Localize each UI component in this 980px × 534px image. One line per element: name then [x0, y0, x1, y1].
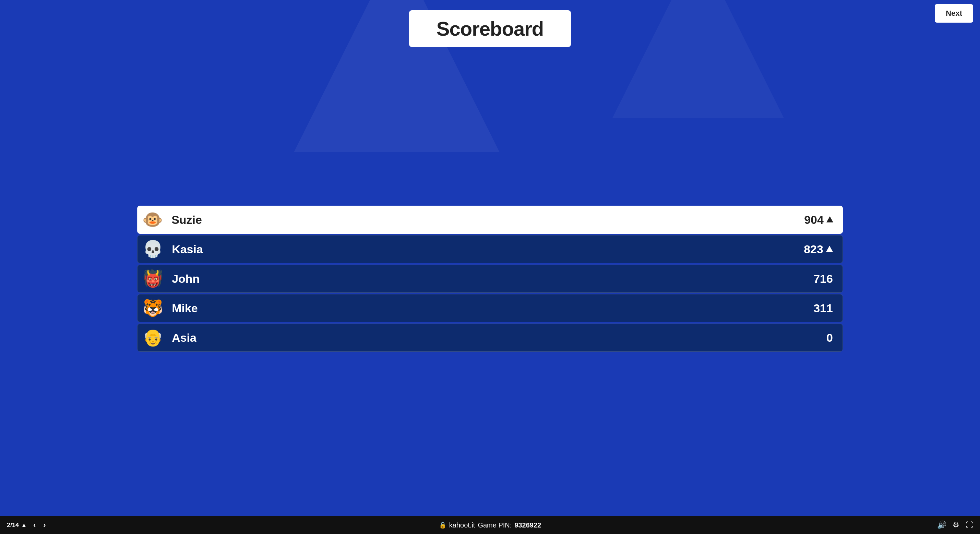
bottom-right: 🔊 ⚙ ⛶ [932, 521, 973, 529]
avatar-1: 🐵 [137, 206, 168, 234]
player-name-4: Mike [169, 302, 813, 315]
title-container: Scoreboard [0, 0, 980, 47]
score-row-5: 👴Asia0 [137, 324, 843, 352]
score-area-4: 311 [813, 302, 843, 315]
bottom-center: 🔒 kahoot.it Game PIN: 9326922 [48, 521, 932, 529]
next-button[interactable]: Next [935, 4, 973, 22]
next-arrow[interactable]: › [42, 521, 47, 529]
scoreboard-list: 🐵Suzie904💀Kasia823👹John716🐯Mike311👴Asia0 [137, 206, 843, 352]
bottom-left: 2/14 ▲ ‹ › [7, 521, 48, 529]
progress-indicator: 2/14 ▲ [7, 522, 27, 529]
bottom-bar: 2/14 ▲ ‹ › 🔒 kahoot.it Game PIN: 9326922… [0, 516, 980, 534]
score-value-3: 716 [813, 272, 833, 286]
avatar-emoji-5: 👴 [143, 329, 163, 346]
player-name-1: Suzie [168, 213, 804, 227]
score-row-3: 👹John716 [137, 265, 843, 293]
prev-arrow[interactable]: ‹ [32, 521, 37, 529]
score-area-5: 0 [826, 331, 843, 345]
volume-icon[interactable]: 🔊 [937, 521, 947, 529]
score-value-2: 823 [804, 243, 823, 256]
progress-text: 2/14 [7, 522, 19, 529]
score-row-2: 💀Kasia823 [137, 235, 843, 263]
avatar-2: 💀 [137, 235, 169, 263]
avatar-3: 👹 [137, 265, 169, 293]
avatar-emoji-1: 🐵 [142, 211, 163, 228]
avatar-emoji-3: 👹 [143, 270, 163, 287]
trend-up-icon-1 [826, 216, 833, 222]
avatar-emoji-4: 🐯 [143, 300, 163, 316]
settings-icon[interactable]: ⚙ [953, 521, 959, 529]
page-title: Scoreboard [436, 17, 544, 40]
fullscreen-icon[interactable]: ⛶ [966, 521, 973, 529]
score-value-5: 0 [826, 331, 833, 345]
progress-up-icon: ▲ [21, 522, 27, 529]
score-area-2: 823 [804, 243, 843, 256]
avatar-5: 👴 [137, 324, 169, 352]
game-pin-label: Game PIN: [478, 521, 512, 529]
score-area-1: 904 [804, 213, 843, 227]
score-value-1: 904 [804, 213, 824, 227]
title-box: Scoreboard [409, 10, 571, 47]
score-row-1: 🐵Suzie904 [137, 206, 843, 234]
avatar-4: 🐯 [137, 294, 169, 322]
trend-up-icon-2 [826, 246, 833, 252]
lock-icon: 🔒 [439, 521, 447, 529]
kahoot-url: kahoot.it [449, 521, 475, 529]
player-name-3: John [169, 272, 813, 286]
score-row-4: 🐯Mike311 [137, 294, 843, 322]
avatar-emoji-2: 💀 [143, 241, 163, 257]
player-name-5: Asia [169, 331, 826, 345]
score-value-4: 311 [813, 302, 833, 315]
game-pin-value: 9326922 [514, 521, 541, 529]
score-area-3: 716 [813, 272, 843, 286]
player-name-2: Kasia [169, 243, 804, 256]
